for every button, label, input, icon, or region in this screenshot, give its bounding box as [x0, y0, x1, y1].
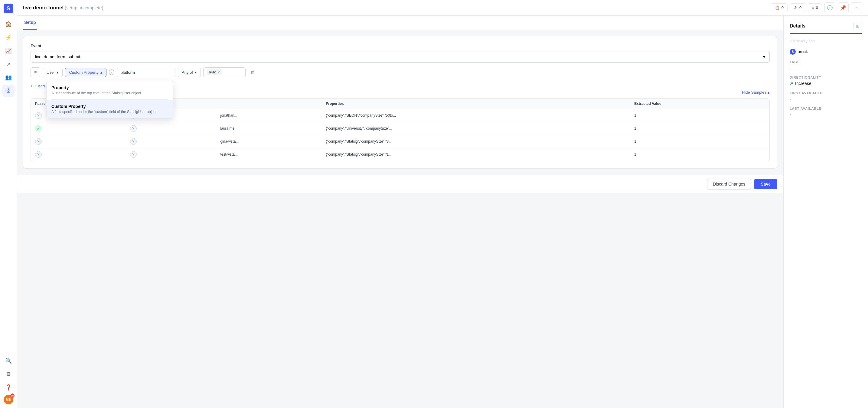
user-name: brock [798, 49, 808, 54]
directionality-value: ↗ Increase [790, 81, 862, 86]
detail-directionality: DIRECTIONALITY ↗ Increase [790, 75, 862, 86]
content-area: Setup Event live_demo_form_submit ▾ ≡ Us [17, 16, 868, 408]
discard-changes-button[interactable]: Discard Changes [707, 179, 751, 190]
sidebar-item-settings[interactable]: ⚙ [2, 368, 14, 380]
detail-first-available: FIRST AVAILABLE - [790, 91, 862, 101]
cell-id: ✕ [126, 148, 216, 161]
dropdown-item-custom-title: Custom Property [52, 104, 168, 109]
delete-filter-button[interactable]: 🗑 [248, 67, 258, 77]
event-dropdown[interactable]: live_demo_form_submit ▾ [31, 51, 770, 63]
user-dropdown[interactable]: User ▾ [43, 68, 63, 77]
cell-pass: ✓ [31, 122, 126, 135]
dropdown-item-custom-desc: A field specified under the "custom" fie… [52, 110, 168, 114]
sidebar-item-feature-flags[interactable]: 🗄 [2, 84, 14, 97]
user-avatar[interactable]: MS 25 [4, 395, 13, 404]
cell-user: jonathan... [216, 109, 321, 122]
cell-pass: ✕ [31, 148, 126, 161]
sidebar-item-events[interactable]: ⚡ [2, 31, 14, 43]
topbar: live demo funnel (setup_incomplete) 📋 0 … [17, 0, 868, 16]
event-label: Event [31, 43, 770, 48]
id-icon: ✕ [130, 138, 137, 145]
right-panel: Details ⊞ No description B brock TAGS - [783, 16, 868, 408]
chevron-up-icon: ▴ [768, 90, 770, 95]
right-panel-header: Details ⊞ [790, 22, 862, 34]
dropdown-item-property-title: Property [52, 85, 168, 90]
fail-icon: ✕ [35, 138, 42, 145]
tab-setup[interactable]: Setup [23, 16, 37, 30]
chevron-up-icon: ▴ [100, 70, 102, 75]
operator-dropdown[interactable]: Any of ▾ [178, 68, 201, 77]
fail-icon: ✕ [35, 112, 42, 119]
detail-user: B brock [790, 49, 862, 55]
main-panel: Event live_demo_form_submit ▾ ≡ User ▾ [17, 30, 783, 175]
chevron-down-icon: ▾ [57, 70, 59, 75]
app-logo[interactable]: S [4, 4, 13, 13]
avatar-badge: 25 [10, 394, 14, 398]
trend-up-icon: ↗ [790, 81, 793, 86]
dropdown-item-custom-property[interactable]: Custom Property A field specified under … [46, 100, 173, 118]
cell-value: 1 [630, 135, 769, 148]
tag-input-area[interactable]: iPad × [203, 67, 246, 77]
sidebar-item-help[interactable]: ❓ [2, 381, 14, 394]
fail-icon: ✕ [35, 151, 42, 158]
detail-tags: TAGS - [790, 60, 862, 70]
panel-expand-button[interactable]: ⊞ [854, 22, 862, 30]
main-content: live demo funnel (setup_incomplete) 📋 0 … [17, 0, 868, 408]
cell-value: 1 [630, 109, 769, 122]
table-row[interactable]: ✓ ✕ laura.me... {"company":"University",… [31, 122, 769, 135]
property-dropdown[interactable]: Custom Property ▴ [65, 68, 106, 77]
hide-samples-button[interactable]: Hide Samples ▴ [742, 90, 770, 95]
topbar-actions: 📋 0 ⚠ 0 ≡ 0 🕐 📌 ··· [771, 2, 862, 13]
cell-properties: {"company":"Statsig","companySize":"3... [321, 135, 630, 148]
id-icon: ✕ [130, 125, 137, 132]
topbar-pin-button[interactable]: 📌 [838, 2, 849, 13]
topbar-count-issues[interactable]: 📋 0 [771, 3, 787, 12]
sidebar-item-search[interactable]: 🔍 [2, 355, 14, 367]
sidebar-item-analytics[interactable]: 📈 [2, 45, 14, 57]
topbar-count-warnings[interactable]: ⚠ 0 [790, 3, 805, 12]
user-avatar-detail: B [790, 49, 796, 55]
tag-close-icon[interactable]: × [217, 70, 220, 75]
cell-id: ✕ [126, 135, 216, 148]
chevron-down-icon: ▾ [195, 70, 197, 75]
cell-properties: {"company":"University","companySize"... [321, 122, 630, 135]
cell-value: 1 [630, 148, 769, 161]
pass-icon: ✓ [35, 125, 42, 132]
col-user [216, 99, 321, 109]
cell-properties: {"company":"Statsig","companySize":"1... [321, 148, 630, 161]
cell-pass: ✕ [31, 135, 126, 148]
id-icon: ✕ [130, 151, 137, 158]
save-button[interactable]: Save [754, 179, 777, 189]
sidebar-item-users[interactable]: 👥 [2, 71, 14, 83]
table-row[interactable]: ✕ ✕ gina@sta... {"company":"Statsig","co… [31, 135, 769, 148]
cell-user: test@sta... [216, 148, 321, 161]
sidebar-item-home[interactable]: 🏠 [2, 18, 14, 30]
right-panel-title: Details [790, 23, 805, 29]
ipad-tag: iPad × [207, 69, 222, 75]
detail-last-available: LAST AVAILABLE - [790, 107, 862, 117]
topbar-count-checks[interactable]: ≡ 0 [808, 3, 822, 12]
dropdown-item-property-desc: A user attribute at the top level of the… [52, 91, 168, 95]
cell-user: laura.me... [216, 122, 321, 135]
table-row[interactable]: ✕ ✕ test@sta... {"company":"Statsig","co… [31, 148, 769, 161]
detail-description: No description [790, 39, 862, 43]
cell-properties: {"company":"SEON","companySize":"50to... [321, 109, 630, 122]
cell-id: ✕ [126, 122, 216, 135]
page-content: Setup Event live_demo_form_submit ▾ ≡ Us [17, 16, 783, 408]
filter-row: ≡ User ▾ Custom Property ▴ i Any of [31, 67, 770, 77]
cell-user: gina@sta... [216, 135, 321, 148]
property-value-input[interactable] [117, 68, 176, 77]
col-properties: Properties [321, 99, 630, 109]
col-extracted: Extracted Value [630, 99, 769, 109]
dropdown-item-property[interactable]: Property A user attribute at the top lev… [46, 81, 173, 99]
sidebar-bottom: 🔍 ⚙ ❓ MS 25 [2, 355, 14, 404]
chevron-down-icon: ▾ [763, 55, 765, 59]
page-title: live demo funnel (setup_incomplete) [23, 5, 103, 11]
topbar-history-button[interactable]: 🕐 [825, 2, 835, 13]
sidebar-item-metrics[interactable]: ↗ [2, 58, 14, 70]
filter-settings-icon[interactable]: ≡ [31, 67, 40, 77]
property-dropdown-menu: Property A user attribute at the top lev… [46, 81, 173, 118]
info-icon[interactable]: i [109, 69, 114, 75]
topbar-more-button[interactable]: ··· [851, 2, 862, 13]
tab-bar: Setup [17, 16, 783, 30]
